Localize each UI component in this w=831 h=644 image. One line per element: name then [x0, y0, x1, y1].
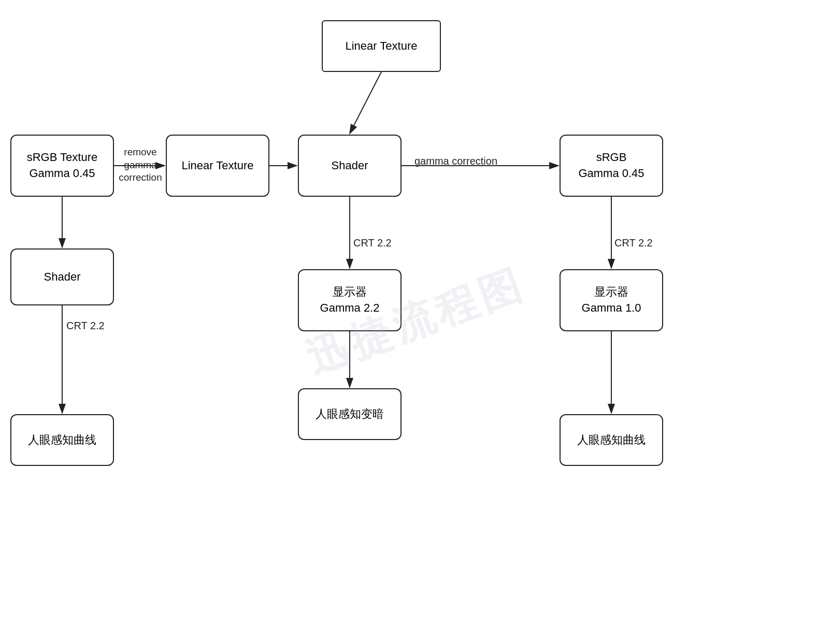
linear-texture-mid-label: Linear Texture — [181, 158, 253, 174]
label-crt-mid: CRT 2.2 — [353, 237, 392, 249]
eye-left-node: 人眼感知曲线 — [10, 414, 114, 466]
label-crt-left: CRT 2.2 — [66, 320, 105, 332]
eye-mid-label: 人眼感知变暗 — [316, 406, 384, 422]
shader-left-label: Shader — [44, 269, 81, 285]
srgb-texture-node: sRGB TextureGamma 0.45 — [10, 135, 114, 197]
label-gamma-correction: gamma correction — [414, 155, 497, 167]
label-remove-gamma: removegammacorrection — [117, 146, 164, 184]
srgb-right-node: sRGBGamma 0.45 — [560, 135, 663, 197]
display-mid-label: 显示器Gamma 2.2 — [320, 284, 380, 316]
linear-texture-mid-node: Linear Texture — [166, 135, 269, 197]
srgb-texture-label: sRGB TextureGamma 0.45 — [27, 150, 98, 182]
display-mid-node: 显示器Gamma 2.2 — [298, 269, 402, 331]
diagram: Linear Texture sRGB TextureGamma 0.45 Li… — [0, 0, 831, 644]
srgb-right-label: sRGBGamma 0.45 — [578, 150, 644, 182]
eye-right-node: 人眼感知曲线 — [560, 414, 663, 466]
display-right-label: 显示器Gamma 1.0 — [582, 284, 641, 316]
label-crt-right: CRT 2.2 — [614, 237, 653, 249]
display-right-node: 显示器Gamma 1.0 — [560, 269, 663, 331]
arrow-top-to-shader — [350, 72, 381, 134]
eye-right-label: 人眼感知曲线 — [577, 432, 646, 448]
shader-mid-node: Shader — [298, 135, 402, 197]
shader-left-node: Shader — [10, 248, 114, 305]
linear-texture-top-label: Linear Texture — [345, 38, 417, 54]
eye-mid-node: 人眼感知变暗 — [298, 388, 402, 440]
shader-mid-label: Shader — [332, 158, 368, 174]
arrows-svg — [0, 0, 831, 644]
linear-texture-top-node: Linear Texture — [322, 20, 441, 72]
eye-left-label: 人眼感知曲线 — [28, 432, 96, 448]
